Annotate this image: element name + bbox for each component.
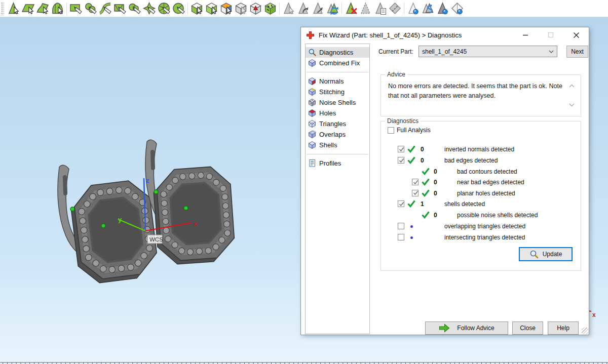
diagnostic-checkbox[interactable] (398, 234, 404, 240)
sidebar-item-noise-shells[interactable]: Noise Shells (306, 97, 369, 108)
sidebar-item-label: Combined Fix (319, 59, 360, 67)
dialog-title: Fix Wizard (Part: shell_1_of_4245) > Dia… (319, 31, 462, 39)
update-button[interactable]: Update (519, 248, 572, 261)
sidebar-item-normals[interactable]: Normals (306, 76, 369, 87)
cross-marking-icon[interactable] (142, 1, 157, 16)
toolbar-separator (404, 3, 404, 15)
sidebar-item-overlaps[interactable]: Overlaps (306, 129, 369, 140)
pending-dot-icon (410, 225, 413, 228)
sidebar-item-stitching[interactable]: Stitching (306, 87, 369, 97)
diagnostic-row: 0inverted normals detected (381, 144, 579, 154)
sidebar-item-triangles[interactable]: Triangles (306, 118, 369, 129)
diagnostic-row: 0near bad edges detected (381, 177, 579, 187)
mark-cube-disabled-icon[interactable] (234, 1, 248, 16)
lasso-triangle-icon[interactable] (406, 1, 421, 16)
sidebar-separator (307, 154, 368, 154)
ok-check-icon (407, 156, 415, 166)
diagnostic-count: 1 (421, 200, 424, 208)
select-triangles-icon[interactable] (6, 1, 21, 16)
minimize-icon (522, 32, 528, 38)
rectangle-marking-icon[interactable] (68, 1, 83, 16)
diagnostic-checkbox[interactable] (398, 200, 404, 207)
diagnostic-checkbox[interactable] (398, 146, 404, 152)
sidebar-item-profiles[interactable]: Profiles (306, 158, 369, 169)
diagnostic-checkbox[interactable] (412, 179, 419, 185)
fix-wizard-dialog: Fix Wizard (Part: shell_1_of_4245) > Dia… (300, 27, 589, 335)
cube-wire-icon (308, 119, 317, 128)
scroll-down-button[interactable] (568, 101, 576, 109)
brush-marking-icon[interactable] (127, 1, 142, 16)
scroll-up-button[interactable] (568, 82, 576, 90)
maximize-button[interactable] (540, 27, 562, 43)
close-icon (573, 32, 580, 38)
current-part-combobox[interactable]: shell_1_of_4245 (419, 46, 557, 57)
profiles-doc-icon (308, 159, 317, 168)
diagnostic-label: overlapping triangles detected (444, 223, 525, 230)
mark-shell-icon[interactable] (50, 1, 65, 16)
close-dialog-button[interactable]: Close (512, 321, 543, 335)
sidebar-item-holes[interactable]: Holes (306, 108, 369, 118)
mark-cube-through-icon[interactable] (204, 1, 219, 16)
mark-plane-icon[interactable] (21, 1, 35, 16)
mark-surface-icon[interactable] (35, 1, 50, 16)
freeform-marking-icon[interactable] (98, 1, 112, 16)
diagnostic-checkbox[interactable] (412, 190, 419, 196)
sidebar-item-label: Profiles (319, 159, 341, 167)
mark-cube-visible-icon[interactable] (189, 1, 204, 16)
diagnostic-label: bad contours detected (457, 168, 517, 175)
close-button[interactable] (565, 27, 587, 43)
current-part-value: shell_1_of_4245 (422, 48, 467, 55)
minimize-button[interactable] (514, 27, 537, 43)
next-button[interactable]: Next (566, 46, 588, 58)
fix-wizard-sidebar: Diagnostics Combined Fix Normals Stitchi… (305, 44, 370, 334)
diagnostic-label: near bad edges detected (457, 179, 524, 186)
sidebar-item-shells[interactable]: Shells (306, 140, 369, 150)
advice-group-label: Advice (385, 71, 407, 78)
ok-check-icon (422, 189, 430, 198)
mark-cube-colored-icon[interactable] (219, 1, 234, 16)
sidebar-item-label: Holes (319, 109, 336, 117)
diagnostic-checkbox[interactable] (398, 223, 404, 229)
triangle-ghost-icon[interactable] (358, 1, 373, 16)
circle-marking-icon[interactable] (83, 1, 98, 16)
sidebar-item-label: Overlaps (319, 131, 346, 138)
triangle-bend-tool-icon[interactable] (296, 1, 311, 16)
cube-marker-icon[interactable] (248, 1, 263, 16)
sidebar-item-label: Normals (319, 77, 344, 85)
follow-advice-button[interactable]: Follow Advice (425, 321, 508, 335)
delete-marked-icon[interactable] (344, 1, 358, 16)
ok-check-icon (422, 211, 430, 220)
disc-marking-icon[interactable] (171, 1, 186, 16)
cube-plain-icon (308, 59, 317, 67)
diagnostic-label: bad edges detected (444, 157, 498, 164)
cube-shell-icon (308, 141, 317, 149)
sidebar-item-combined-fix[interactable]: Combined Fix (306, 58, 369, 68)
pick-triangle-icon[interactable] (435, 1, 450, 16)
window-marking-icon[interactable] (112, 1, 127, 16)
full-analysis-checkbox[interactable] (388, 127, 394, 134)
diagnostics-group-label: Diagnostics (385, 117, 421, 125)
resize-grip[interactable] (582, 328, 588, 334)
pie-marking-icon[interactable] (157, 1, 171, 16)
chevron-down-icon (549, 50, 554, 53)
invert-marked-icon[interactable] (325, 1, 340, 16)
toolbar-drag-handle[interactable] (1, 2, 4, 15)
diagnostic-row: 1shells detected (381, 199, 579, 209)
swap-triangles-icon[interactable] (421, 1, 435, 16)
pick-quad-icon[interactable] (450, 1, 465, 16)
quad-split-icon[interactable] (388, 1, 402, 16)
triangle-properties-icon[interactable] (373, 1, 388, 16)
toolbar-separator (341, 3, 342, 15)
diagnostic-row: 0planar holes detected (381, 188, 579, 198)
ok-check-icon (407, 145, 415, 154)
cube-marks-icon[interactable] (263, 1, 278, 16)
diagnostic-checkbox[interactable] (398, 157, 404, 164)
triangle-move-tool-icon[interactable] (311, 1, 325, 16)
cube-holes-icon (308, 109, 317, 117)
diagnostic-count: 0 (421, 157, 424, 164)
sidebar-item-diagnostics[interactable]: Diagnostics (306, 47, 369, 58)
full-analysis-label: Full Analysis (397, 127, 431, 134)
sidebar-item-label: Stitching (319, 88, 345, 96)
triangle-select-disabled-icon[interactable] (281, 1, 296, 16)
help-button[interactable]: Help (548, 321, 579, 335)
